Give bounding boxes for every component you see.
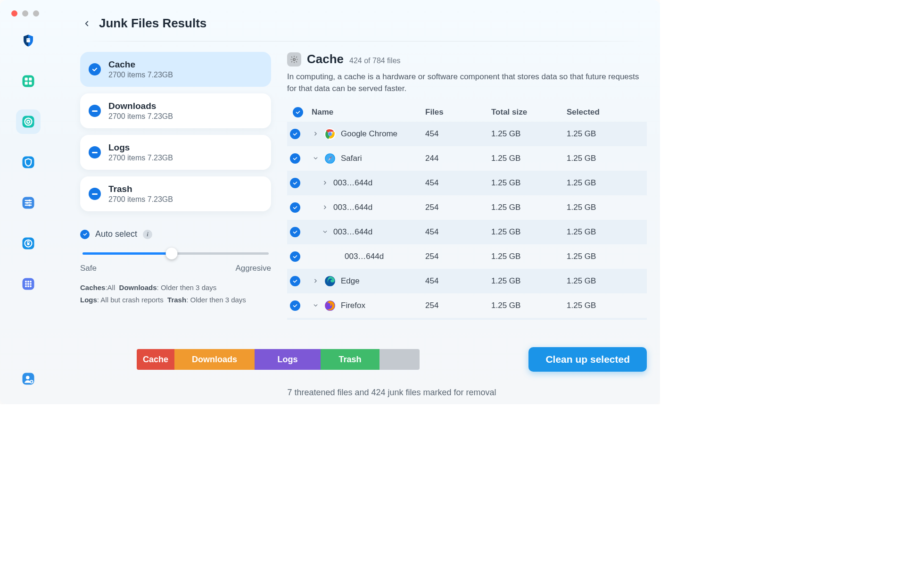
table-row[interactable]: Edge4541.25 GB1.25 GB [287,269,647,293]
close-window[interactable] [11,10,17,17]
row-checkbox[interactable] [290,178,300,188]
row-checkbox[interactable] [290,202,300,213]
chevron-down-icon[interactable] [312,302,319,308]
table-row[interactable]: Firefox2541.25 GB1.25 GB [287,293,647,318]
svg-rect-6 [25,82,28,84]
bar-downloads[interactable]: Downloads [174,349,255,370]
svg-point-17 [26,202,28,204]
nav-shield-icon[interactable] [16,28,41,53]
edge-icon [324,275,336,287]
row-selected: 1.25 GB [567,276,642,286]
row-total: 1.25 GB [491,129,567,139]
col-selected[interactable]: Selected [567,108,642,117]
svg-point-30 [27,285,29,287]
row-name: 003…644d [345,252,384,261]
sidebar [0,0,57,404]
table-row[interactable]: 003…644d2541.25 GB1.25 GB [287,195,647,220]
category-subtitle: 2700 items 7.23GB [108,71,173,79]
minus-icon[interactable] [89,188,101,200]
select-all-checkbox[interactable] [293,107,303,117]
row-total: 1.25 GB [491,276,567,286]
page-title: Junk Files Results [99,16,206,31]
chevron-right-icon[interactable] [312,278,319,284]
chevron-right-icon[interactable] [312,131,319,137]
window-traffic-lights[interactable] [11,10,39,17]
svg-point-18 [28,204,30,206]
row-checkbox[interactable] [290,129,300,139]
back-button[interactable] [80,17,93,30]
svg-rect-21 [27,243,30,245]
category-cache[interactable]: Cache2700 items 7.23GB [80,52,271,87]
row-selected: 1.25 GB [567,129,642,139]
svg-rect-2 [29,39,29,40]
row-checkbox[interactable] [290,227,300,237]
category-logs[interactable]: Logs2700 items 7.23GB [80,135,271,170]
svg-point-40 [329,133,331,135]
row-checkbox[interactable] [290,300,300,311]
nav-apps-icon[interactable] [16,272,41,296]
auto-select-checkbox[interactable] [80,230,90,239]
row-selected: 1.25 GB [567,227,642,237]
chevron-right-icon[interactable] [321,204,329,210]
clean-up-button[interactable]: Clean up selected [528,347,647,372]
row-total: 1.25 GB [491,203,567,212]
row-total: 1.25 GB [491,154,567,163]
row-files: 254 [425,301,491,310]
nav-protect-icon[interactable] [16,150,41,175]
row-name: Google Chrome [341,129,397,139]
bar-cache[interactable]: Cache [137,349,174,370]
row-checkbox[interactable] [290,251,300,262]
maximize-window[interactable] [33,10,39,17]
nav-lock-icon[interactable] [16,231,41,256]
bar-trash[interactable]: Trash [321,349,380,370]
slider-max-label: Aggresive [235,264,271,273]
svg-rect-4 [25,78,28,81]
minus-icon[interactable] [89,146,101,158]
category-title: Downloads [108,101,173,111]
row-name: 003…644d [333,227,372,237]
row-total: 1.25 GB [491,301,567,310]
chevron-down-icon[interactable] [321,229,329,235]
category-subtitle: 2700 items 7.23GB [108,195,173,204]
checkmark-icon[interactable] [89,63,101,75]
col-total[interactable]: Total size [491,108,567,117]
chevron-down-icon[interactable] [312,155,319,161]
table-row[interactable]: 003…644d4541.25 GB1.25 GB [287,171,647,195]
row-checkbox[interactable] [290,153,300,164]
table-row[interactable]: Google Chrome4541.25 GB1.25 GB [287,122,647,146]
chevron-right-icon[interactable] [321,180,329,186]
nav-tune-icon[interactable] [16,191,41,215]
gear-icon [287,52,301,67]
section-description: In computing, a cache is a hardware or s… [287,71,647,94]
nav-dashboard-icon[interactable] [16,69,41,93]
svg-point-36 [293,58,296,60]
svg-point-16 [28,200,30,201]
info-icon[interactable]: i [143,230,152,239]
col-name[interactable]: Name [312,108,425,117]
category-downloads[interactable]: Downloads2700 items 7.23GB [80,93,271,128]
table-row[interactable]: Safari2441.25 GB1.25 GB [287,146,647,171]
aggressiveness-slider[interactable] [80,247,271,261]
table-row[interactable]: 003…644d4541.25 GB1.25 GB [287,220,647,244]
minus-icon[interactable] [89,105,101,117]
svg-point-26 [25,283,27,285]
table-row[interactable]: 003…644d2541.25 GB1.25 GB [287,244,647,269]
nav-scan-icon[interactable] [16,109,41,134]
category-trash[interactable]: Trash2700 items 7.23GB [80,176,271,211]
svg-rect-1 [27,39,28,40]
svg-point-25 [30,281,32,283]
svg-point-35 [31,381,33,383]
row-files: 254 [425,252,491,261]
nav-account-icon[interactable] [16,366,41,391]
col-files[interactable]: Files [425,108,491,117]
minimize-window[interactable] [22,10,28,17]
svg-rect-7 [29,82,32,84]
svg-rect-5 [29,78,32,81]
auto-select-label: Auto select [95,229,137,239]
table-row[interactable]: 003…644d4541.25 GB1.25 GB [287,318,647,320]
slider-min-label: Safe [80,264,97,273]
row-checkbox[interactable] [290,276,300,286]
firefox-icon [324,300,336,312]
row-files: 454 [425,178,491,188]
bar-logs[interactable]: Logs [255,349,321,370]
